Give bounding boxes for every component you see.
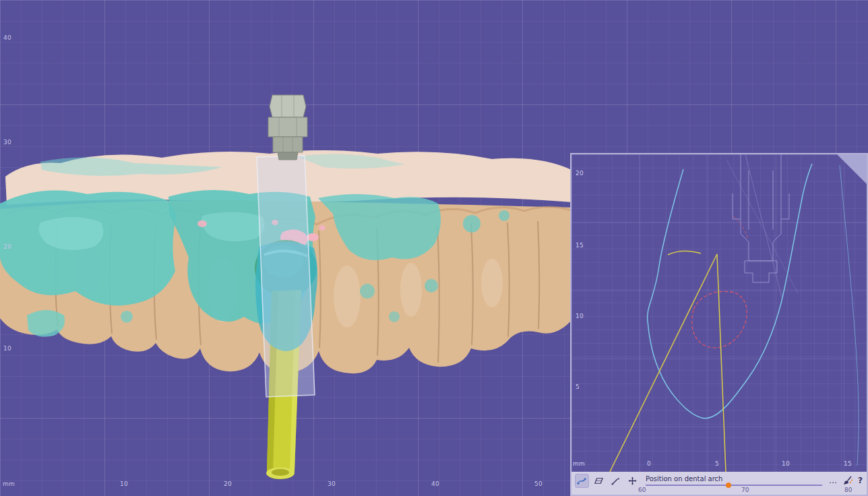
ruler-bottom-70: 70 xyxy=(741,487,749,493)
section-toolbar: Position on dental arch … ? 60 70 80 xyxy=(571,472,867,495)
application-window: 40 30 20 10 mm 10 20 30 40 50 xyxy=(0,0,868,496)
inset-ruler-bottom-10: 10 xyxy=(782,461,790,467)
section-plane-button[interactable] xyxy=(592,474,605,487)
pencil-tool-button[interactable] xyxy=(609,474,622,487)
arch-position-slider[interactable]: Position on dental arch xyxy=(646,476,822,486)
section-curve-button[interactable] xyxy=(576,474,588,487)
ruler-bottom-10: 10 xyxy=(120,481,128,487)
move-tool-button[interactable] xyxy=(626,474,639,487)
arch-position-label: Position on dental arch xyxy=(646,476,822,483)
inset-ruler-left-5: 5 xyxy=(576,384,580,390)
cross-section-panel[interactable]: 20 15 10 5 mm 0 5 10 15 xyxy=(570,153,868,496)
clean-icon xyxy=(842,475,853,486)
ruler-bottom-40: 40 xyxy=(431,481,439,487)
dental-model-3d[interactable] xyxy=(0,0,580,496)
help-button[interactable]: ? xyxy=(858,476,863,485)
ruler-bottom-80: 80 xyxy=(844,487,852,493)
ruler-bottom-20: 20 xyxy=(224,481,232,487)
arch-slider-track[interactable] xyxy=(646,485,822,486)
inset-ruler-bottom-0: 0 xyxy=(647,461,651,467)
more-options-button[interactable]: … xyxy=(829,476,837,485)
cross-section-plane[interactable] xyxy=(257,156,315,397)
inset-ruler-bottom-15: 15 xyxy=(844,461,852,467)
ruler-bottom-60: 60 xyxy=(638,487,646,493)
inset-ruler-unit-label: mm xyxy=(573,461,585,467)
ruler-left-10: 10 xyxy=(3,346,11,352)
implant-screw[interactable] xyxy=(268,95,307,160)
ruler-left-20: 20 xyxy=(3,244,11,250)
section-plane-icon xyxy=(594,476,604,486)
inset-ruler-left-20: 20 xyxy=(576,170,584,177)
ruler-bottom-50: 50 xyxy=(534,481,542,487)
pencil-icon xyxy=(611,476,621,486)
ruler-bottom-30: 30 xyxy=(328,481,336,487)
inset-ruler-bottom-5: 5 xyxy=(715,461,719,467)
cross-section-sketch[interactable] xyxy=(571,154,867,472)
ruler-unit-label: mm xyxy=(3,481,15,487)
ruler-left-30: 30 xyxy=(3,140,11,146)
inset-ruler-left-10: 10 xyxy=(576,313,584,319)
section-curve-icon xyxy=(577,476,587,486)
inset-ruler-left-15: 15 xyxy=(576,243,584,249)
panel-corner-fold[interactable] xyxy=(837,154,867,184)
section-axis-lines xyxy=(610,251,726,472)
ruler-left-40: 40 xyxy=(3,35,11,41)
clean-tool-button[interactable] xyxy=(841,474,854,487)
arch-slider-handle[interactable] xyxy=(726,483,731,488)
move-icon xyxy=(627,476,638,486)
